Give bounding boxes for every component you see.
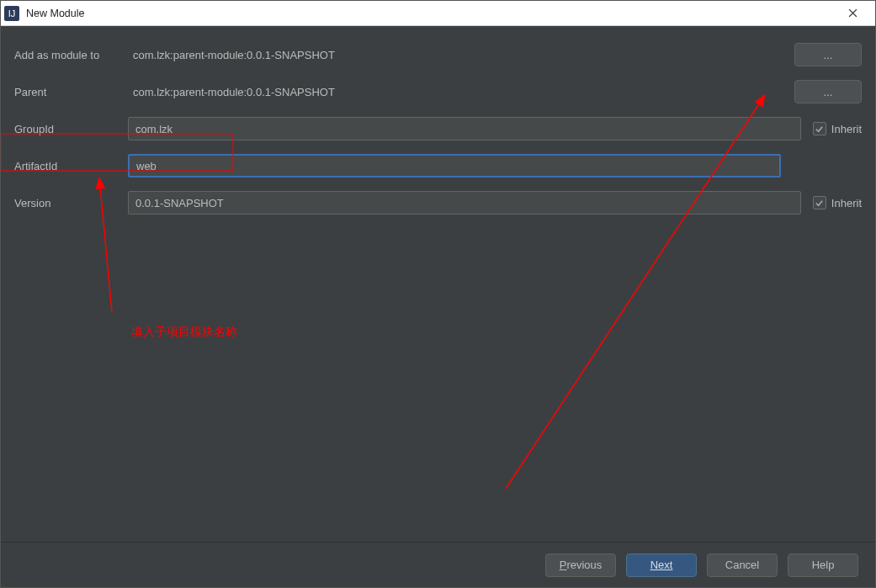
cancel-text: Cancel xyxy=(725,559,759,571)
next-text: Next xyxy=(650,559,673,571)
input-group-id[interactable]: com.lzk xyxy=(128,117,801,140)
checkbox-inherit-group-id[interactable] xyxy=(813,122,826,135)
label-group-id: GroupId xyxy=(14,123,128,135)
browse-add-as-module-to[interactable]: ... xyxy=(794,43,862,66)
window-title: New Module xyxy=(26,8,84,19)
checkbox-inherit-version[interactable] xyxy=(813,196,826,209)
row-add-as-module-to: Add as module to com.lzk:parent-module:0… xyxy=(14,36,862,73)
titlebar: IJ New Module xyxy=(1,1,875,26)
cancel-button[interactable]: Cancel xyxy=(707,554,778,577)
input-group-id-text: com.lzk xyxy=(135,123,173,135)
browse-parent[interactable]: ... xyxy=(794,80,862,103)
help-text: Help xyxy=(812,559,835,571)
label-inherit-group-id: Inherit xyxy=(831,123,862,135)
annotation-text-artifact: 填入子项目模块名称 xyxy=(131,325,237,340)
inherit-version[interactable]: Inherit xyxy=(813,196,862,209)
label-add-as-module-to: Add as module to xyxy=(14,49,128,61)
dialog-window: IJ New Module Add as module to com.lzk:p… xyxy=(0,0,876,588)
previous-rest: revious xyxy=(566,559,602,571)
check-icon xyxy=(815,199,824,208)
previous-button[interactable]: Previous xyxy=(545,554,616,577)
input-version-text: 0.0.1-SNAPSHOT xyxy=(135,197,224,209)
label-parent: Parent xyxy=(14,86,128,98)
close-button[interactable] xyxy=(833,2,872,25)
check-icon xyxy=(815,124,824,134)
input-artifact-id[interactable]: web xyxy=(128,154,781,177)
dialog-content: Add as module to com.lzk:parent-module:0… xyxy=(1,26,875,587)
row-group-id: GroupId com.lzk Inherit xyxy=(14,110,862,147)
label-artifact-id: ArtifactId xyxy=(14,160,128,172)
value-parent: com.lzk:parent-module:0.0.1-SNAPSHOT xyxy=(128,86,784,98)
value-add-as-module-to: com.lzk:parent-module:0.0.1-SNAPSHOT xyxy=(128,49,784,61)
label-inherit-version: Inherit xyxy=(831,197,862,209)
button-bar: Previous Next Cancel Help xyxy=(1,542,875,587)
label-version: Version xyxy=(14,197,128,209)
inherit-group-id[interactable]: Inherit xyxy=(813,122,862,135)
row-parent: Parent com.lzk:parent-module:0.0.1-SNAPS… xyxy=(14,73,862,110)
row-version: Version 0.0.1-SNAPSHOT Inherit xyxy=(14,184,862,221)
app-icon: IJ xyxy=(4,6,19,21)
row-artifact-id: ArtifactId web xyxy=(14,147,862,184)
input-artifact-id-text: web xyxy=(136,160,157,172)
input-version[interactable]: 0.0.1-SNAPSHOT xyxy=(128,191,801,215)
help-button[interactable]: Help xyxy=(788,554,858,577)
next-button[interactable]: Next xyxy=(626,554,697,577)
close-icon xyxy=(848,8,857,18)
